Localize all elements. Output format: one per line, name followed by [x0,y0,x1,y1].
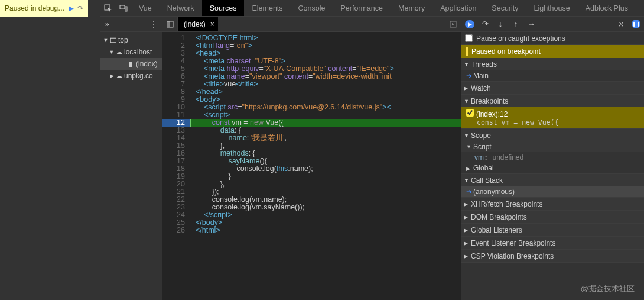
paused-banner: Paused in debug… ▶ ↷ [0,0,88,17]
breakpoints-header[interactable]: ▼Breakpoints [461,95,644,107]
step-into-button[interactable]: ↓ [496,20,505,29]
scope-global[interactable]: ▶Global [461,163,644,173]
tab-memory[interactable]: Memory [391,0,432,16]
callstack-header[interactable]: ▼Call Stack [461,174,644,186]
tree-more-icon[interactable]: » [105,20,109,28]
deactivate-bp-button[interactable]: ⤭ [616,20,626,29]
pause-exceptions-label: Pause on caught exceptions [476,34,565,43]
editor-panel: (index) × 123456789101112131415161718192… [162,17,461,300]
tab-lighthouse[interactable]: Lighthouse [526,0,578,16]
events-header[interactable]: ▶Event Listener Breakpoints [461,237,644,249]
tab-security[interactable]: Security [484,0,526,16]
device-icon[interactable] [116,0,131,16]
scope-var: vm: undefined [461,152,644,163]
inspect-icon[interactable] [100,0,116,16]
pause-exceptions-row[interactable]: Pause on caught exceptions [461,32,644,45]
editor-tab-label: (index) [184,20,206,28]
file-tree-panel: » ⋮ ▼🗔top▼☁localhost▮(index)▶☁unpkg.co [100,17,162,300]
editor-tab[interactable]: (index) × [178,17,218,31]
scope-script[interactable]: ▼Script [461,141,644,152]
step-over-button[interactable]: ↷ [480,20,490,29]
svg-rect-2 [125,7,127,11]
breakpoint-entry[interactable]: (index):12 const vm = new Vue({ [461,107,644,128]
overflow-icon[interactable] [445,17,461,31]
navigator-icon[interactable] [162,17,178,31]
resume-button[interactable]: ▶ [465,20,474,28]
tree-node[interactable]: ▶☁unpkg.co [100,70,162,82]
debug-controls: ▶ ↷ ↓ ↑ → ⤭ ❚❚ [461,17,644,32]
tree-menu-icon[interactable]: ⋮ [150,20,157,28]
watch-header[interactable]: ▶Watch [461,82,644,94]
close-icon[interactable]: × [210,20,214,28]
step-button[interactable]: → [526,20,536,29]
tab-sources[interactable]: Sources [202,0,245,16]
pause-exceptions-button[interactable]: ❚❚ [632,20,640,28]
svg-rect-1 [120,5,125,9]
tree-node[interactable]: ▼🗔top [100,34,162,46]
resume-icon[interactable]: ▶ [69,4,74,12]
threads-header[interactable]: ▼Threads [461,58,644,70]
page-gutter [0,0,100,300]
paused-banner-text: Paused in debug… [5,4,65,12]
tab-adblock-plus[interactable]: Adblock Plus [578,0,636,16]
paused-on-breakpoint: Paused on breakpoint [461,45,644,58]
dom-header[interactable]: ▶DOM Breakpoints [461,211,644,223]
tree-node[interactable]: ▼☁localhost [100,46,162,58]
callstack-frame[interactable]: ➔(anonymous) [461,186,644,197]
svg-rect-3 [167,21,173,27]
step-out-button[interactable]: ↑ [511,20,521,29]
tab-network[interactable]: Network [160,0,202,16]
watermark: @掘金技术社区 [581,283,635,294]
tab-elements[interactable]: Elements [244,0,290,16]
step-over-icon[interactable]: ↷ [77,4,83,12]
pause-exceptions-checkbox[interactable] [465,34,473,42]
breakpoint-checkbox[interactable] [466,109,474,117]
xhr-header[interactable]: ▶XHR/fetch Breakpoints [461,198,644,210]
devtools-topbar: VueNetworkSourcesElementsConsolePerforma… [100,0,644,17]
tree-node[interactable]: ▮(index) [100,58,162,70]
tab-performance[interactable]: Performance [333,0,391,16]
tab-application[interactable]: Application [432,0,484,16]
tab-console[interactable]: Console [291,0,333,16]
debug-panel: ▶ ↷ ↓ ↑ → ⤭ ❚❚ Pause on caught exception… [461,17,644,300]
scope-header[interactable]: ▼Scope [461,129,644,141]
csp-header[interactable]: ▶CSP Violation Breakpoints [461,250,644,262]
listeners-header[interactable]: ▶Global Listeners [461,224,644,236]
tab-vue[interactable]: Vue [131,0,160,16]
thread-main[interactable]: ➔Main [461,70,644,81]
